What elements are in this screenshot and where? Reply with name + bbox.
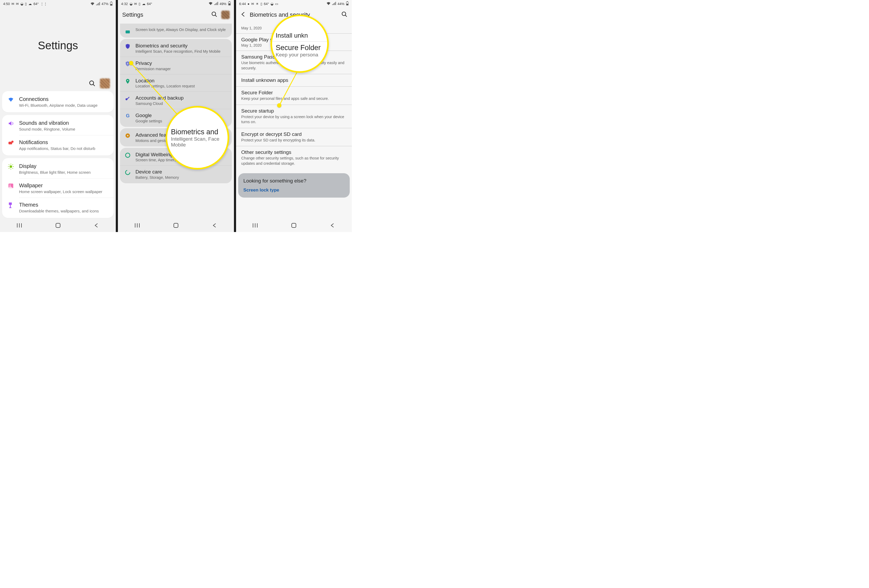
gmail-icon: ✉	[11, 2, 14, 6]
settings-row-wallpaper[interactable]: Wallpaper Home screen wallpaper, Lock sc…	[2, 179, 114, 198]
settings-row-display[interactable]: Display Brightness, Blue light filter, H…	[2, 159, 114, 178]
settings-row-location[interactable]: LocationLocation settings, Location requ…	[120, 74, 231, 92]
search-icon	[89, 80, 96, 87]
nav-recents[interactable]	[134, 222, 140, 230]
settings-row-connections[interactable]: Connections Wi-Fi, Bluetooth, Airplane m…	[2, 92, 114, 111]
svg-point-35	[126, 170, 130, 175]
svg-line-26	[215, 15, 217, 17]
device-care-icon	[125, 169, 130, 175]
battery-saver-icon: ▯	[139, 2, 141, 6]
svg-point-25	[212, 12, 216, 16]
app-icon: ▭	[275, 2, 278, 6]
search-button[interactable]	[341, 11, 348, 19]
svg-rect-21	[56, 223, 60, 228]
reddit-icon: ●	[248, 2, 249, 6]
profile-avatar[interactable]	[221, 10, 230, 19]
row-title: Sounds and vibration	[19, 120, 108, 126]
battery-icon	[346, 1, 348, 6]
nav-home[interactable]	[173, 222, 179, 230]
row-subtitle: Brightness, Blue light filter, Home scre…	[19, 170, 108, 175]
svg-point-43	[342, 12, 346, 16]
item-title: Other security settings	[241, 150, 347, 155]
search-button[interactable]	[211, 11, 218, 19]
item-title: Encrypt or decrypt SD card	[241, 131, 347, 137]
row-subtitle: Permission manager	[135, 67, 171, 71]
wifi-icon	[209, 2, 213, 6]
list-item-install-unknown[interactable]: Install unknown apps	[236, 74, 352, 86]
themes-icon	[8, 202, 14, 209]
status-time: 4:32	[121, 2, 128, 6]
settings-row-lockscreen[interactable]: Screen lock type, Always On Display, and…	[120, 24, 231, 37]
wifi-icon	[90, 2, 95, 5]
settings-group: Sounds and vibration Sound mode, Rington…	[2, 115, 114, 156]
item-subtitle: Protect your SD card by encrypting its d…	[241, 138, 347, 143]
callout-sub1: Intelligent Scan, Face	[171, 136, 224, 142]
svg-line-14	[9, 168, 9, 169]
nav-bar	[236, 220, 352, 232]
svg-rect-42	[347, 4, 348, 5]
callout-sub2: Mobile	[171, 142, 224, 148]
suggestion-link[interactable]: Screen lock type	[243, 188, 344, 193]
settings-row-privacy[interactable]: PrivacyPermission manager	[120, 57, 231, 74]
list-item-secure-folder[interactable]: Secure FolderKeep your personal files an…	[236, 86, 352, 105]
status-temp: 64°	[33, 2, 39, 6]
svg-rect-23	[229, 1, 230, 2]
nav-recents[interactable]	[16, 222, 22, 230]
callout-title: Secure Folder	[276, 44, 323, 52]
list-item-encrypt-sd[interactable]: Encrypt or decrypt SD cardProtect your S…	[236, 128, 352, 146]
svg-point-7	[10, 165, 12, 168]
back-button[interactable]	[240, 11, 246, 18]
chevron-left-icon	[240, 11, 246, 17]
settings-group: Connections Wi-Fi, Bluetooth, Airplane m…	[2, 91, 114, 112]
row-title: Device care	[135, 169, 179, 175]
svg-line-13	[12, 168, 13, 169]
nav-back[interactable]	[212, 222, 218, 230]
callout-top: Install unkn	[276, 32, 323, 39]
nav-back[interactable]	[93, 222, 99, 230]
callout-title: Biometrics and	[171, 128, 224, 136]
settings-row-accounts[interactable]: Accounts and backupSamsung Cloud	[120, 91, 231, 109]
row-title: Biometrics and security	[135, 43, 221, 49]
suggestion-question: Looking for something else?	[243, 178, 344, 184]
row-subtitle: Battery, Storage, Memory	[135, 175, 179, 179]
settings-row-biometrics[interactable]: Biometrics and securityIntelligent Scan,…	[120, 40, 231, 57]
wifi-icon	[8, 96, 14, 103]
nav-home[interactable]	[291, 222, 297, 230]
item-subtitle: Keep your personal files and apps safe a…	[241, 96, 347, 101]
settings-row-sounds[interactable]: Sounds and vibration Sound mode, Rington…	[2, 116, 114, 135]
wifi-icon	[326, 2, 331, 6]
svg-line-44	[345, 15, 347, 17]
row-subtitle: Samsung Cloud	[135, 101, 184, 106]
nav-home[interactable]	[55, 222, 61, 230]
google-icon: G	[126, 113, 129, 118]
screenshot-settings-list: 4:32 ◒ ✉ ▯ ☁ 64° 49% Settings Screen loc…	[118, 0, 234, 232]
mail-icon: ✉	[16, 2, 19, 6]
key-icon	[125, 96, 130, 101]
search-button[interactable]	[89, 80, 96, 87]
chat-icon: ◒	[270, 2, 273, 6]
settings-row-notifications[interactable]: Notifications App notifications, Status …	[2, 135, 114, 154]
header: Settings	[118, 7, 234, 22]
row-subtitle: Wi-Fi, Bluetooth, Airplane mode, Data us…	[19, 103, 108, 108]
svg-point-29	[127, 80, 129, 81]
messenger-icon: ◒	[129, 2, 132, 6]
row-subtitle: Home screen wallpaper, Lock screen wallp…	[19, 190, 108, 194]
list-item-secure-startup[interactable]: Secure startupProtect your device by usi…	[236, 105, 352, 128]
settings-row-themes[interactable]: Themes Downloadable themes, wallpapers, …	[2, 198, 114, 217]
svg-line-12	[9, 164, 9, 165]
screenshot-biometrics-security: 6:44 ● ✉ ☀ ▯ 64° ◒ ▭ 44% Biometrics and …	[236, 0, 352, 232]
callout-magnifier: Biometrics and Intelligent Scan, Face Mo…	[166, 106, 229, 169]
weather-icon: ☀	[256, 2, 259, 6]
settings-group: Display Brightness, Blue light filter, H…	[2, 158, 114, 218]
nav-back[interactable]	[329, 222, 335, 230]
settings-row-devicecare[interactable]: Device careBattery, Storage, Memory	[120, 165, 231, 183]
nav-recents[interactable]	[252, 222, 258, 230]
status-bar: 4:50 ✉ ✉ ◒ ▯ ☁ 64° ⋮⋮ 47%	[0, 0, 116, 7]
row-subtitle: Sound mode, Ringtone, Volume	[19, 127, 108, 131]
list-item-other-security[interactable]: Other security settingsChange other secu…	[236, 146, 352, 169]
svg-rect-48	[292, 223, 296, 228]
svg-rect-27	[126, 30, 130, 33]
signal-icon	[214, 2, 218, 6]
mail-icon: ✉	[134, 2, 137, 6]
profile-avatar[interactable]	[100, 78, 110, 89]
